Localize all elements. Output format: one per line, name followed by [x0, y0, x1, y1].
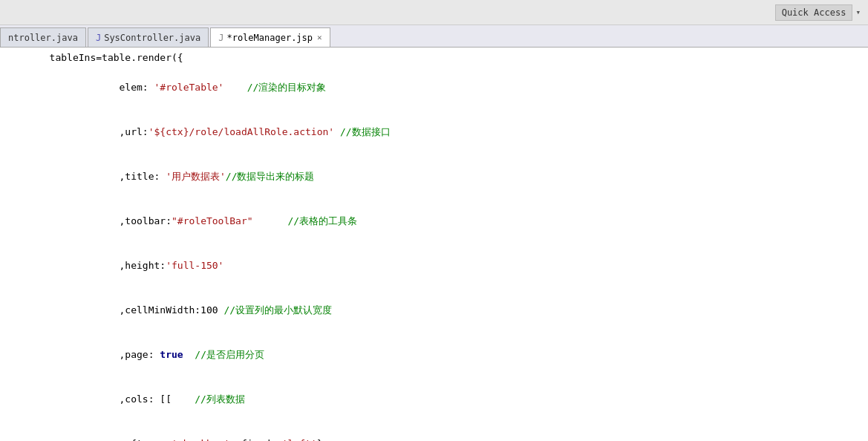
code-line: ,cellMinWidth:100 //设置列的最小默认宽度: [0, 288, 868, 333]
code-line: ,url:'${ctx}/role/loadAllRole.action' //…: [0, 110, 868, 154]
file-icon: J: [96, 33, 101, 43]
code-line: {type: 'checkbox', fixed: 'left'}: [0, 422, 868, 441]
code-line: ,page: true //是否启用分页: [0, 333, 868, 377]
tab-rolemanager[interactable]: J *roleManager.jsp ✕: [210, 27, 330, 47]
close-icon[interactable]: ✕: [317, 33, 322, 42]
quick-access-button[interactable]: Quick Access: [775, 4, 853, 21]
tab-label: SysController.java: [104, 33, 200, 43]
tab-controller[interactable]: ntroller.java: [0, 27, 86, 47]
code-line: ,height:'full-150': [0, 244, 868, 288]
tab-label: ntroller.java: [8, 33, 78, 43]
code-line: ,title: '用户数据表'//数据导出来的标题: [0, 154, 868, 199]
code-container: tableIns=table.render({ elem: '#roleTabl…: [0, 48, 868, 441]
code-line: tableIns=table.render({: [0, 50, 868, 65]
tab-bar: ntroller.java J SysController.java J *ro…: [0, 25, 868, 48]
code-line: ,cols: [[ //列表数据: [0, 377, 868, 422]
top-bar: Quick Access ▾: [0, 0, 868, 25]
code-line: elem: '#roleTable' //渲染的目标对象: [0, 65, 868, 110]
code-line: ,toolbar:"#roleToolBar" //表格的工具条: [0, 199, 868, 244]
quick-access-icon: ▾: [855, 7, 861, 17]
code-editor: tableIns=table.render({ elem: '#roleTabl…: [0, 48, 868, 441]
tab-label: *roleManager.jsp: [226, 33, 313, 43]
tab-syscontroller[interactable]: J SysController.java: [88, 27, 209, 47]
file-icon: J: [218, 33, 223, 43]
